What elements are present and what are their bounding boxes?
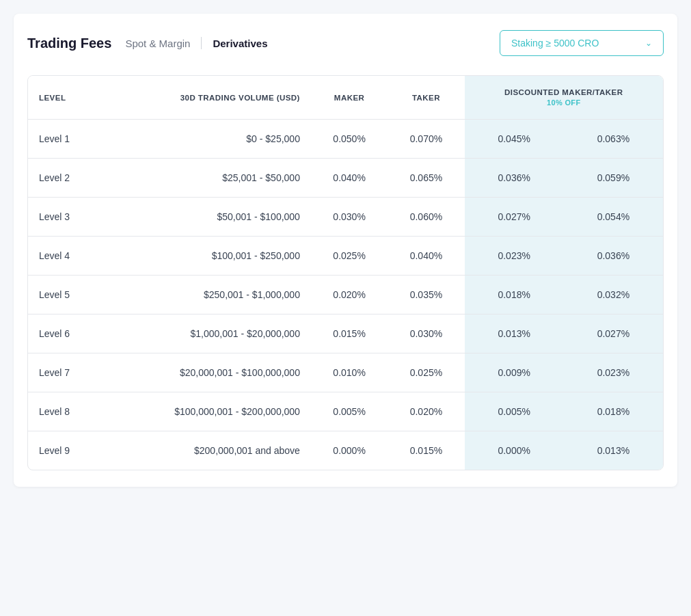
table-row: Level 5$250,001 - $1,000,0000.020%0.035%… xyxy=(28,276,663,314)
table-cell: $1,000,001 - $20,000,000 xyxy=(103,314,311,353)
table-cell: 0.063% xyxy=(564,120,663,159)
staking-dropdown[interactable]: Staking ≥ 5000 CRO ⌄ xyxy=(500,30,664,56)
table-cell: 0.018% xyxy=(465,276,564,314)
table-cell: Level 9 xyxy=(28,431,103,470)
table-cell: $25,001 - $50,000 xyxy=(103,159,311,198)
table-cell: 0.032% xyxy=(564,276,663,314)
table-cell: 0.013% xyxy=(564,431,663,470)
tab-spot-margin[interactable]: Spot & Margin xyxy=(125,35,190,52)
dropdown-label: Staking ≥ 5000 CRO xyxy=(511,38,599,49)
table-cell: 0.000% xyxy=(311,431,388,470)
table-cell: 0.018% xyxy=(564,392,663,431)
table-row: Level 1$0 - $25,0000.050%0.070%0.045%0.0… xyxy=(28,120,663,159)
table-cell: 0.036% xyxy=(564,237,663,276)
table-cell: 0.054% xyxy=(564,198,663,237)
table-cell: 0.036% xyxy=(465,159,564,198)
table-row: Level 2$25,001 - $50,0000.040%0.065%0.03… xyxy=(28,159,663,198)
table-cell: 0.023% xyxy=(564,353,663,392)
table-cell: $100,000,001 - $200,000,000 xyxy=(103,392,311,431)
table-cell: 0.030% xyxy=(311,198,388,237)
table-cell: 0.025% xyxy=(311,237,388,276)
tab-derivatives[interactable]: Derivatives xyxy=(213,38,267,49)
table-cell: Level 1 xyxy=(28,120,103,159)
table-cell: 0.009% xyxy=(465,353,564,392)
table-cell: 0.060% xyxy=(388,198,464,237)
col-header-volume: 30D TRADING VOLUME (USD) xyxy=(103,76,311,120)
chevron-down-icon: ⌄ xyxy=(645,38,652,48)
table-cell: Level 4 xyxy=(28,237,103,276)
col-header-discounted: DISCOUNTED MAKER/TAKER 10% OFF xyxy=(465,76,663,120)
table-cell: 0.015% xyxy=(311,314,388,353)
table-cell: 0.040% xyxy=(388,237,464,276)
table-cell: Level 3 xyxy=(28,198,103,237)
discount-badge: 10% OFF xyxy=(476,98,652,107)
table-cell: 0.013% xyxy=(465,314,564,353)
table-cell: $200,000,001 and above xyxy=(103,431,311,470)
table-cell: 0.000% xyxy=(465,431,564,470)
table-cell: 0.035% xyxy=(388,276,464,314)
table-cell: 0.027% xyxy=(564,314,663,353)
table-cell: Level 7 xyxy=(28,353,103,392)
header-left: Trading Fees Spot & Margin Derivatives xyxy=(27,35,267,52)
table-cell: 0.040% xyxy=(311,159,388,198)
table-row: Level 4$100,001 - $250,0000.025%0.040%0.… xyxy=(28,237,663,276)
tab-divider xyxy=(201,37,202,49)
table-cell: Level 5 xyxy=(28,276,103,314)
table-cell: 0.005% xyxy=(465,392,564,431)
table-cell: 0.015% xyxy=(388,431,464,470)
col-header-maker: MAKER xyxy=(311,76,388,120)
table-cell: 0.050% xyxy=(311,120,388,159)
table-cell: $250,001 - $1,000,000 xyxy=(103,276,311,314)
table-cell: 0.020% xyxy=(311,276,388,314)
table-row: Level 3$50,001 - $100,0000.030%0.060%0.0… xyxy=(28,198,663,237)
table-cell: Level 6 xyxy=(28,314,103,353)
page-container: Trading Fees Spot & Margin Derivatives S… xyxy=(14,14,677,487)
table-row: Level 6$1,000,001 - $20,000,0000.015%0.0… xyxy=(28,314,663,353)
table-cell: 0.045% xyxy=(465,120,564,159)
table-cell: 0.059% xyxy=(564,159,663,198)
table-row: Level 8$100,000,001 - $200,000,0000.005%… xyxy=(28,392,663,431)
table-row: Level 9$200,000,001 and above0.000%0.015… xyxy=(28,431,663,470)
table-cell: 0.005% xyxy=(311,392,388,431)
page-title: Trading Fees xyxy=(27,36,111,51)
table-cell: 0.025% xyxy=(388,353,464,392)
table-row: Level 7$20,000,001 - $100,000,0000.010%0… xyxy=(28,353,663,392)
table-cell: $100,001 - $250,000 xyxy=(103,237,311,276)
table-cell: 0.027% xyxy=(465,198,564,237)
table-body: Level 1$0 - $25,0000.050%0.070%0.045%0.0… xyxy=(28,120,663,470)
header: Trading Fees Spot & Margin Derivatives S… xyxy=(27,30,664,56)
fees-table-wrapper: LEVEL 30D TRADING VOLUME (USD) MAKER TAK… xyxy=(27,75,664,470)
table-cell: 0.023% xyxy=(465,237,564,276)
table-cell: Level 8 xyxy=(28,392,103,431)
table-cell: 0.030% xyxy=(388,314,464,353)
table-cell: $20,000,001 - $100,000,000 xyxy=(103,353,311,392)
fees-table: LEVEL 30D TRADING VOLUME (USD) MAKER TAK… xyxy=(28,76,663,470)
table-header-row: LEVEL 30D TRADING VOLUME (USD) MAKER TAK… xyxy=(28,76,663,120)
table-cell: 0.065% xyxy=(388,159,464,198)
col-header-level: LEVEL xyxy=(28,76,103,120)
table-cell: 0.010% xyxy=(311,353,388,392)
col-header-taker: TAKER xyxy=(388,76,464,120)
table-cell: 0.070% xyxy=(388,120,464,159)
table-cell: Level 2 xyxy=(28,159,103,198)
table-cell: $0 - $25,000 xyxy=(103,120,311,159)
table-cell: 0.020% xyxy=(388,392,464,431)
table-cell: $50,001 - $100,000 xyxy=(103,198,311,237)
